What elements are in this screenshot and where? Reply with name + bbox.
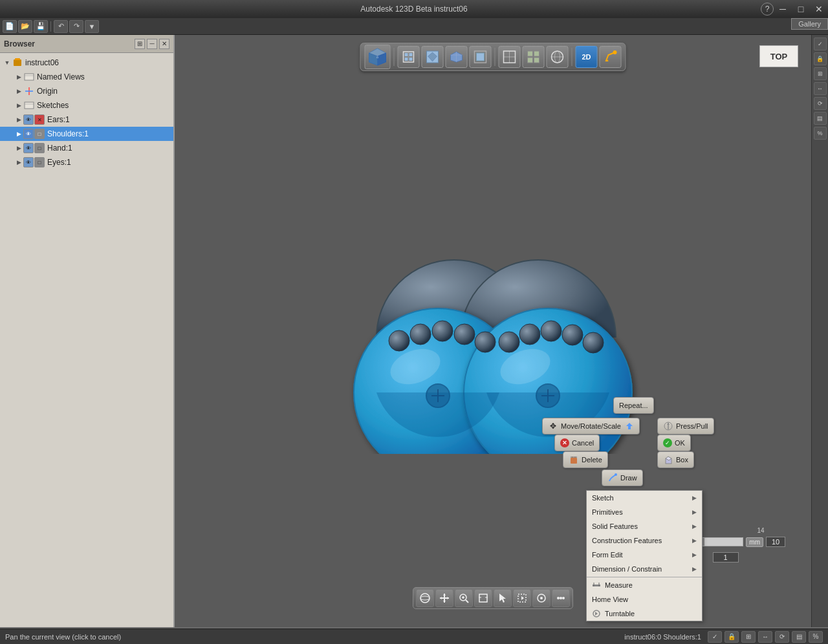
ok-button[interactable]: ✓ OK <box>657 435 691 451</box>
browser-grid-btn[interactable]: ⊞ <box>135 39 145 49</box>
move-rotate-scale-button[interactable]: ✥ Move/Rotate/Scale <box>542 418 640 435</box>
delete-label: Delete <box>582 456 602 464</box>
menu-dimension-constrain[interactable]: Dimension / Constrain ▶ <box>587 562 702 576</box>
top-view-btn[interactable] <box>422 46 444 68</box>
menu-form-edit[interactable]: Form Edit ▶ <box>587 548 702 562</box>
body-icon-ears1: ✕ <box>34 114 45 125</box>
menu-home-view[interactable]: Home View <box>587 592 702 606</box>
expand-arrow-root[interactable]: ▼ <box>3 58 12 67</box>
front-view-btn[interactable] <box>398 46 420 68</box>
status-btn-1[interactable]: ✓ <box>708 631 722 643</box>
menu-solid-features[interactable]: Solid Features ▶ <box>587 519 702 533</box>
sidebar-btn-7[interactable]: % <box>814 127 827 140</box>
close-btn[interactable]: ✕ <box>810 0 828 18</box>
nav-cube-btn[interactable]: ⌂ <box>365 45 391 69</box>
tree-item-origin[interactable]: ▶ Origin <box>0 84 173 98</box>
expand-arrow-sketches[interactable]: ▶ <box>14 101 23 110</box>
qa-new[interactable]: 📄 <box>3 20 17 33</box>
tree-item-hand1[interactable]: ▶ 👁 □ Hand:1 <box>0 141 173 155</box>
eye-icon-hand1[interactable]: 👁 <box>23 143 34 153</box>
menu-measure[interactable]: Measure <box>587 578 702 592</box>
qa-save[interactable]: 💾 <box>34 20 48 33</box>
title-bar: Autodesk 123D Beta instruct06 ─ □ ✕ ? <box>0 0 828 18</box>
grid-view-btn[interactable] <box>523 46 545 68</box>
scale-bottom-value[interactable]: 1 <box>713 552 739 563</box>
gallery-tab-label: Gallery <box>798 20 821 28</box>
scale-value-box[interactable]: 10 <box>766 537 785 547</box>
2d-mode-btn[interactable]: 2D <box>576 46 598 68</box>
eye-icon-eyes1[interactable]: 👁 <box>23 157 34 167</box>
perspective-btn[interactable] <box>547 46 569 68</box>
tree-item-root[interactable]: ▼ instruct06 <box>0 56 173 70</box>
sidebar-btn-6[interactable]: ▤ <box>814 112 827 125</box>
sidebar-btn-3[interactable]: ⊞ <box>814 67 827 80</box>
fit-tool-btn[interactable] <box>474 589 492 607</box>
tree-item-sketches[interactable]: ▶ Sketches <box>0 98 173 113</box>
eye-icon-shoulders1[interactable]: 👁 <box>23 129 34 139</box>
more-tools-btn[interactable] <box>552 589 570 607</box>
svg-marker-79 <box>447 597 449 599</box>
tree-item-eyes1[interactable]: ▶ 👁 □ Eyes:1 <box>0 155 173 169</box>
status-btn-2[interactable]: 🔒 <box>724 631 739 643</box>
pan-tool-btn[interactable] <box>435 589 453 607</box>
look-tool-btn[interactable] <box>532 589 550 607</box>
repeat-button[interactable]: Repeat... <box>613 397 654 414</box>
svg-rect-16 <box>405 53 408 56</box>
draw-button[interactable]: Draw <box>602 469 643 486</box>
isometric-view-btn[interactable] <box>446 46 468 68</box>
menu-solid-features-arrow: ▶ <box>692 523 697 530</box>
delete-button[interactable]: Delete <box>563 451 608 468</box>
expand-arrow-ears1[interactable]: ▶ <box>14 115 23 124</box>
qa-more[interactable]: ▼ <box>85 20 99 33</box>
maximize-btn[interactable]: □ <box>792 0 810 18</box>
menu-turntable[interactable]: Turntable <box>587 606 702 621</box>
gallery-tab[interactable]: Gallery <box>791 18 828 30</box>
tree-item-shoulders1[interactable]: ▶ 👁 □ Shoulders:1 <box>0 127 173 141</box>
body-icon-eyes1: □ <box>34 157 45 167</box>
select-tool-btn[interactable] <box>494 589 512 607</box>
viewport[interactable]: ⌂ <box>175 35 811 627</box>
expand-arrow-origin[interactable]: ▶ <box>14 87 23 96</box>
browser-close-btn[interactable]: ✕ <box>159 39 169 49</box>
status-percent[interactable]: % <box>809 631 823 643</box>
body-icon-shoulders1: □ <box>34 129 45 139</box>
cancel-button[interactable]: ✕ Cancel <box>554 435 600 451</box>
root-icon <box>12 57 23 69</box>
unit-button[interactable]: mm <box>746 537 763 547</box>
wireframe-btn[interactable] <box>499 46 521 68</box>
menu-sketch[interactable]: Sketch ▶ <box>587 491 702 505</box>
orbit-tool-btn[interactable] <box>416 589 434 607</box>
eye-icon-ears1[interactable]: 👁 <box>23 114 34 125</box>
status-btn-4[interactable]: ↔ <box>758 631 772 643</box>
svg-point-57 <box>541 321 561 341</box>
tree-item-named-views[interactable]: ▶ Named Views <box>0 70 173 84</box>
menu-construction-features[interactable]: Construction Features ▶ <box>587 533 702 548</box>
tree-item-ears1[interactable]: ▶ 👁 ✕ Ears:1 <box>0 113 173 127</box>
help-button[interactable]: ? <box>761 3 774 16</box>
qa-undo[interactable]: ↶ <box>54 20 68 33</box>
sidebar-btn-5[interactable]: ⟳ <box>814 97 827 110</box>
qa-open[interactable]: 📂 <box>18 20 32 33</box>
box-button[interactable]: Box <box>657 451 694 468</box>
left-view-btn[interactable] <box>470 46 492 68</box>
sketch-mode-btn[interactable] <box>600 46 622 68</box>
menu-primitives[interactable]: Primitives ▶ <box>587 505 702 519</box>
expand-arrow-eyes1[interactable]: ▶ <box>14 158 23 167</box>
status-btn-6[interactable]: ▤ <box>792 631 806 643</box>
minimize-btn[interactable]: ─ <box>774 0 792 18</box>
sidebar-btn-1[interactable]: ✓ <box>814 38 827 50</box>
sidebar-btn-2[interactable]: 🔒 <box>814 52 827 65</box>
status-btn-5[interactable]: ⟳ <box>775 631 789 643</box>
menu-sketch-arrow: ▶ <box>692 495 697 501</box>
sidebar-btn-4[interactable]: ↔ <box>814 82 827 95</box>
status-btn-3[interactable]: ⊞ <box>741 631 756 643</box>
expand-arrow-hand1[interactable]: ▶ <box>14 144 23 153</box>
qa-redo[interactable]: ↷ <box>69 20 83 33</box>
window-select-btn[interactable] <box>513 589 531 607</box>
expand-arrow-shoulders1[interactable]: ▶ <box>14 129 23 138</box>
expand-arrow-named-views[interactable]: ▶ <box>14 72 23 81</box>
menu-measure-label: Measure <box>605 581 633 589</box>
press-pull-button[interactable]: Press/Pull <box>657 418 714 435</box>
zoom-tool-btn[interactable] <box>455 589 473 607</box>
browser-collapse-btn[interactable]: ─ <box>147 39 157 49</box>
